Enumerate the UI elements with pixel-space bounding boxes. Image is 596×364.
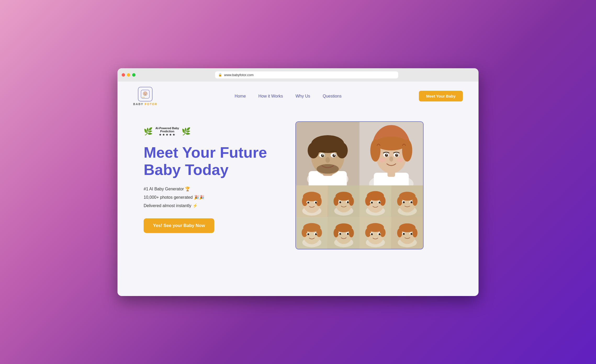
- feature-1: #1 AI Baby Generator 🏆: [144, 186, 280, 192]
- svg-point-105: [380, 228, 386, 237]
- badge-line2: Prediction: [160, 130, 174, 133]
- svg-point-99: [347, 233, 348, 235]
- address-bar[interactable]: 🔒 www.babyfotor.com: [215, 71, 398, 78]
- svg-point-65: [380, 196, 386, 206]
- baby-8-svg: [391, 217, 423, 249]
- page-content: ★★ BABY FOTOR Home How it Works Why Us Q…: [117, 82, 479, 296]
- nav-why-us[interactable]: Why Us: [295, 94, 310, 99]
- svg-point-38: [379, 158, 385, 162]
- svg-point-119: [410, 233, 412, 235]
- baby-photo-2: [328, 185, 360, 217]
- svg-point-89: [315, 233, 317, 235]
- feature-3: Delivered almost instantly ⚡: [144, 203, 280, 209]
- svg-point-49: [315, 201, 317, 203]
- svg-point-68: [371, 201, 373, 203]
- baby-photo-5: [296, 217, 328, 249]
- svg-point-30: [402, 139, 412, 161]
- male-face-svg: [296, 122, 359, 185]
- svg-point-45: [316, 196, 322, 206]
- logo-baby: BABY: [133, 103, 143, 106]
- svg-point-108: [371, 233, 373, 235]
- svg-point-98: [339, 233, 341, 235]
- svg-point-95: [349, 229, 354, 237]
- svg-point-78: [403, 201, 404, 203]
- hero-cta-button[interactable]: Yes! See your Baby Now: [144, 218, 214, 233]
- svg-point-104: [365, 228, 371, 237]
- svg-point-69: [379, 201, 380, 203]
- baby-6-svg: [328, 217, 360, 249]
- svg-point-36: [397, 154, 398, 155]
- svg-point-34: [395, 153, 398, 157]
- baby-7-svg: [359, 217, 391, 249]
- hero-title-line1: Meet Your Future: [144, 144, 267, 161]
- svg-point-33: [385, 153, 388, 157]
- svg-point-20: [325, 157, 330, 163]
- svg-point-12: [336, 142, 348, 158]
- logo-icon: ★★: [138, 87, 153, 101]
- parent-male-photo: [296, 122, 359, 185]
- meet-your-baby-button[interactable]: Meet Your Baby: [419, 91, 463, 101]
- svg-point-84: [302, 228, 307, 237]
- hero-left: 🌿 AI-Powered Baby Prediction ★★★★★ 🌿 Mee…: [144, 121, 280, 233]
- nav-questions[interactable]: Questions: [323, 94, 341, 99]
- svg-point-64: [365, 196, 371, 206]
- svg-point-118: [403, 233, 404, 235]
- close-button[interactable]: [122, 73, 125, 77]
- hero-title-line2: Baby Today: [144, 161, 228, 178]
- baby-photo-3: [359, 185, 391, 217]
- baby-photo-4: [391, 185, 423, 217]
- svg-point-19: [334, 154, 335, 155]
- traffic-lights: [122, 73, 136, 77]
- baby-3-svg: [359, 185, 391, 217]
- nav-links: Home How it Works Why Us Questions: [235, 94, 342, 99]
- baby-2-svg: [328, 185, 360, 217]
- feature-2: 10,000+ photos generated 🎉🎉: [144, 194, 280, 201]
- svg-point-39: [397, 158, 403, 162]
- maximize-button[interactable]: [132, 73, 136, 77]
- parent-photos: [296, 122, 423, 185]
- svg-point-75: [412, 197, 417, 206]
- svg-point-115: [412, 229, 417, 237]
- nav-how-it-works[interactable]: How it Works: [258, 94, 283, 99]
- lock-icon: 🔒: [218, 73, 222, 77]
- badge-line1: AI-Powered Baby: [155, 127, 179, 130]
- baby-4-svg: [391, 185, 423, 217]
- svg-point-55: [349, 197, 354, 206]
- laurel-left: 🌿: [144, 127, 153, 136]
- baby-1-svg: [296, 185, 328, 217]
- browser-window: 🔒 www.babyfotor.com ★★: [117, 68, 479, 296]
- baby-photo-8: [391, 217, 423, 249]
- badge-stars: ★★★★★: [159, 133, 176, 136]
- svg-point-58: [339, 201, 341, 203]
- baby-photos-row1: [296, 185, 423, 217]
- logo-svg: ★★: [140, 89, 150, 99]
- svg-point-44: [302, 196, 308, 206]
- baby-photo-1: [296, 185, 328, 217]
- browser-chrome: 🔒 www.babyfotor.com: [117, 68, 479, 82]
- svg-point-79: [410, 201, 412, 203]
- logo[interactable]: ★★ BABY FOTOR: [133, 87, 157, 106]
- hero-image-grid: [295, 121, 424, 249]
- hero-features: #1 AI Baby Generator 🏆 10,000+ photos ge…: [144, 186, 280, 209]
- svg-point-2: [144, 93, 145, 93]
- svg-point-54: [333, 197, 338, 206]
- nav-home[interactable]: Home: [235, 94, 246, 99]
- parent-female-photo: [359, 122, 423, 185]
- svg-point-48: [307, 201, 309, 203]
- svg-text:★★: ★★: [142, 96, 145, 98]
- svg-point-37: [389, 156, 393, 161]
- navbar: ★★ BABY FOTOR Home How it Works Why Us Q…: [117, 82, 479, 111]
- svg-point-88: [307, 233, 309, 235]
- hero-title: Meet Your Future Baby Today: [144, 144, 280, 179]
- svg-point-35: [386, 154, 387, 155]
- baby-photo-6: [328, 217, 360, 249]
- svg-point-59: [347, 201, 348, 203]
- baby-photos-row2: [296, 217, 423, 249]
- svg-point-74: [397, 197, 402, 206]
- hero-section: 🌿 AI-Powered Baby Prediction ★★★★★ 🌿 Mee…: [117, 111, 479, 265]
- award-badge: 🌿 AI-Powered Baby Prediction ★★★★★ 🌿: [144, 127, 191, 136]
- logo-text: BABY FOTOR: [133, 103, 157, 106]
- baby-photo-7: [359, 217, 391, 249]
- minimize-button[interactable]: [127, 73, 130, 77]
- svg-point-18: [322, 154, 324, 155]
